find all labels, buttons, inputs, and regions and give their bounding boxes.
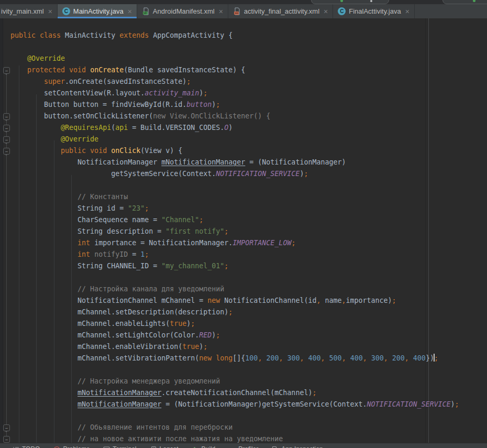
code-token: ;: [216, 331, 220, 339]
code-token: [10, 135, 61, 143]
tab-androidmanifest-xml[interactable]: MFAndroidManifest.xml×: [137, 4, 228, 18]
code-token: (Bundle savedInstanceState) {: [124, 66, 245, 74]
fold-marker-icon[interactable]: −: [3, 67, 10, 74]
code-line[interactable]: public void onClick(View v) {: [0, 145, 487, 157]
code-token: ;: [145, 204, 149, 212]
code-token: onClick: [111, 147, 140, 155]
code-token: NotificationManager: [10, 158, 161, 166]
code-line[interactable]: @RequiresApi(api = Build.VERSION_CODES.O…: [0, 122, 487, 134]
close-icon[interactable]: ×: [219, 8, 223, 15]
code-line[interactable]: mChannel.setLightColor(Color.RED);: [0, 330, 487, 341]
code-token: protected void: [27, 66, 86, 74]
code-line[interactable]: // Обьявление интентов для переброски: [0, 422, 487, 433]
code-line[interactable]: mChannel.setVibrationPattern(new long[]{…: [0, 353, 487, 364]
code-area[interactable]: public class MainActivity extends AppCom…: [0, 18, 487, 443]
tab-finalacttivity-java[interactable]: CFinalActtivity.java×: [333, 4, 415, 18]
fold-marker-icon[interactable]: −: [3, 136, 10, 143]
tab-label: MainActivity.java: [73, 7, 124, 15]
code-line[interactable]: NotificationChannel mChannel = new Notif…: [0, 295, 487, 307]
run-configuration-pill[interactable]: [311, 0, 389, 4]
code-line[interactable]: @Override: [0, 134, 487, 145]
code-token: mChannel.enableVibration(: [10, 343, 182, 351]
code-token: // на новое активити после нажатия на ув…: [78, 435, 283, 443]
code-line[interactable]: String id = "23";: [0, 203, 487, 214]
fold-marker-icon[interactable]: −: [3, 436, 10, 443]
toolwindow-build[interactable]: Build: [192, 445, 216, 448]
java-class-icon: C: [62, 7, 70, 15]
code-token: NotificationChannel(id: [220, 297, 316, 304]
code-token: ;: [455, 400, 459, 408]
close-icon[interactable]: ×: [128, 8, 132, 15]
code-token: ;: [392, 297, 396, 304]
close-icon[interactable]: ×: [324, 8, 328, 15]
java-class-icon: C: [338, 7, 346, 15]
code-token: new: [199, 354, 212, 362]
code-line[interactable]: button.setOnClickListener(new View.OnCli…: [0, 111, 487, 122]
app-inspection-icon: [272, 446, 279, 448]
code-token: [10, 54, 27, 62]
code-line[interactable]: String description = "first notify";: [0, 226, 487, 237]
code-token: 200: [266, 354, 279, 362]
code-line[interactable]: int notifyID = 1;: [0, 249, 487, 260]
code-token: [346, 354, 350, 362]
code-line[interactable]: Button button = findViewById(R.id.button…: [0, 99, 487, 111]
code-line[interactable]: [0, 180, 487, 191]
code-line[interactable]: [0, 272, 487, 283]
code-token: [10, 239, 78, 247]
code-line[interactable]: // Настройка менеджера уведомлений: [0, 376, 487, 387]
code-line[interactable]: @Override: [0, 53, 487, 64]
editor-tab-bar: ivity_main.xml×CMainActivity.java×MFAndr…: [0, 4, 487, 18]
code-token: new View.OnClickListener() {: [153, 112, 270, 120]
toolwindow-app-inspection[interactable]: App Inspection: [272, 445, 323, 448]
code-line[interactable]: protected void onCreate(Bundle savedInst…: [0, 64, 487, 76]
code-line[interactable]: mNotificationManager = (NotificationMana…: [0, 399, 487, 410]
close-icon[interactable]: ×: [405, 8, 409, 15]
code-token: ): [451, 400, 455, 408]
fold-marker-icon[interactable]: −: [3, 113, 10, 120]
code-token: @Override: [61, 135, 98, 143]
toolwindow-logcat[interactable]: Logcat: [150, 445, 179, 448]
code-line[interactable]: mChannel.setDescription(description);: [0, 307, 487, 318]
fold-marker-icon[interactable]: −: [3, 125, 10, 132]
code-token: String id =: [10, 204, 128, 212]
code-line[interactable]: // на новое активити после нажатия на ув…: [0, 433, 487, 443]
code-line[interactable]: // Константы: [0, 191, 487, 203]
code-line[interactable]: mChannel.enableVibration(true);: [0, 341, 487, 353]
code-line[interactable]: super.onCreate(savedInstanceState);: [0, 76, 487, 88]
tab-activity-final-acttivity-xml[interactable]: activity_final_acttivity.xml×: [228, 4, 333, 18]
code-editor[interactable]: −−−−−−− public class MainActivity extend…: [0, 18, 487, 443]
code-token: [10, 285, 78, 293]
code-line[interactable]: mChannel.enableLights(true);: [0, 318, 487, 330]
tab-label: AndroidManifest.xml: [153, 7, 215, 15]
fold-marker-icon[interactable]: −: [3, 424, 10, 431]
code-line[interactable]: CharSequence name = "Channel";: [0, 214, 487, 226]
code-line[interactable]: int importance = NotificationManager.IMP…: [0, 237, 487, 249]
tab-ivity-main-xml[interactable]: ivity_main.xml×: [0, 4, 58, 18]
close-icon[interactable]: ×: [48, 8, 52, 15]
toolwindow-todo[interactable]: TODO: [13, 445, 40, 448]
code-line[interactable]: public class MainActivity extends AppCom…: [0, 30, 487, 41]
code-token: String description =: [10, 227, 165, 235]
device-selector-pill[interactable]: [442, 0, 487, 4]
code-line[interactable]: mNotificationManager.createNotificationC…: [0, 387, 487, 399]
code-token: getSystemService(Context.: [10, 170, 216, 178]
tab-label: activity_final_acttivity.xml: [244, 7, 319, 15]
code-token: (: [111, 124, 115, 132]
code-token: [107, 147, 111, 155]
code-line[interactable]: // Настройка канала для уведомлений: [0, 283, 487, 295]
code-line[interactable]: [0, 364, 487, 376]
code-line[interactable]: getSystemService(Context.NOTIFICATION_SE…: [0, 168, 487, 180]
toolwindow-profiler[interactable]: Profiler: [229, 445, 258, 448]
code-line[interactable]: setContentView(R.layout.activity_main);: [0, 88, 487, 99]
toolwindow-terminal[interactable]: Terminal: [103, 445, 136, 448]
code-token: ;: [434, 354, 438, 362]
code-line[interactable]: [0, 410, 487, 422]
tab-mainactivity-java[interactable]: CMainActivity.java×: [58, 4, 137, 18]
code-line[interactable]: NotificationManager mNotificationManager…: [0, 157, 487, 168]
toolwindow-problems[interactable]: Problems: [53, 445, 90, 448]
code-token: [10, 400, 78, 408]
code-line[interactable]: String CHANNEL_ID = "my_channel_01";: [0, 260, 487, 272]
toolwindow-label: Problems: [63, 445, 90, 448]
code-line[interactable]: [0, 41, 487, 53]
fold-marker-icon[interactable]: −: [3, 148, 10, 155]
